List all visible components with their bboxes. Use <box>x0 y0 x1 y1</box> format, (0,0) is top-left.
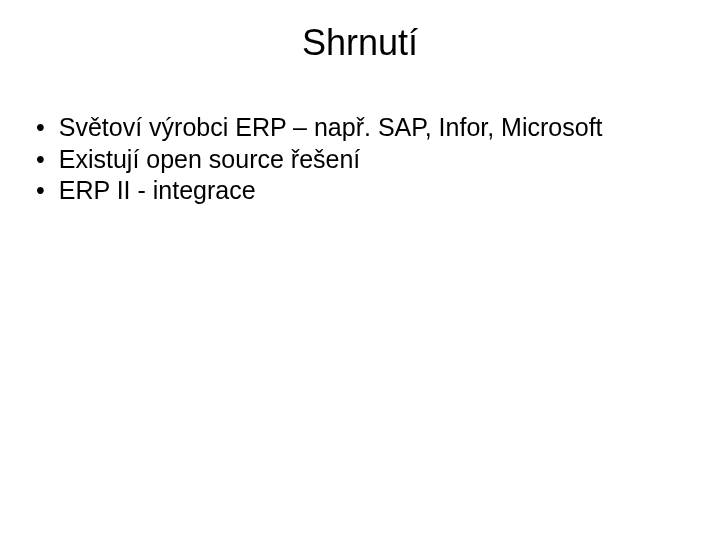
bullet-text: Existují open source řešení <box>59 144 690 175</box>
bullet-list: Světoví výrobci ERP – např. SAP, Infor, … <box>30 112 690 206</box>
slide-title: Shrnutí <box>30 22 690 64</box>
slide: Shrnutí Světoví výrobci ERP – např. SAP,… <box>0 0 720 540</box>
list-item: Světoví výrobci ERP – např. SAP, Infor, … <box>36 112 690 143</box>
list-item: Existují open source řešení <box>36 144 690 175</box>
list-item: ERP II - integrace <box>36 175 690 206</box>
bullet-text: Světoví výrobci ERP – např. SAP, Infor, … <box>59 112 690 143</box>
bullet-text: ERP II - integrace <box>59 175 690 206</box>
